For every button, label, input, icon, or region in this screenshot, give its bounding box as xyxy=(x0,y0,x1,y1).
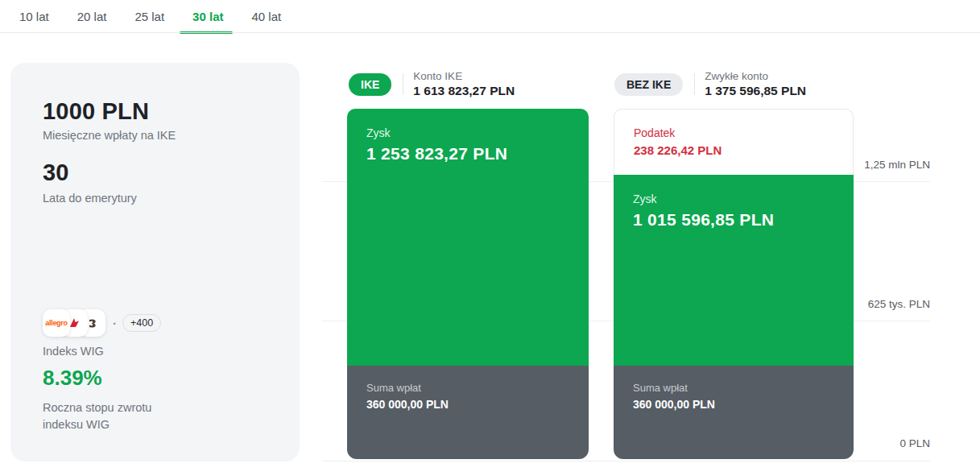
podatek-label: Podatek xyxy=(634,126,833,139)
regular-account-total: 1 375 596,85 PLN xyxy=(705,84,806,98)
index-companies-row: allegro · +400 xyxy=(43,309,161,337)
bez-ike-badge: BEZ IKE xyxy=(614,73,683,96)
ike-bar-wplaty-segment[interactable]: Suma wpłat 360 000,00 PLN xyxy=(347,366,589,459)
regular-wplaty-label: Suma wpłat xyxy=(633,382,834,394)
ike-account-total: 1 613 823,27 PLN xyxy=(413,84,515,98)
ike-badge: IKE xyxy=(349,73,391,96)
tab-30-lat-active[interactable]: 30 lat xyxy=(192,6,223,34)
ike-wplaty-label: Suma wpłat xyxy=(366,382,569,394)
parameters-card: 1000 PLN Miesięczne wpłaty na IKE 30 Lat… xyxy=(10,63,300,462)
index-label: Indeks WIG xyxy=(43,345,104,358)
podatek-value: 238 226,42 PLN xyxy=(634,143,833,157)
monthly-contribution-value: 1000 PLN xyxy=(43,98,149,125)
regular-bar-wplaty-segment[interactable]: Suma wpłat 360 000,00 PLN xyxy=(614,366,854,459)
more-companies-badge[interactable]: +400 xyxy=(122,314,161,332)
monthly-contribution-label: Miesięczne wpłaty na IKE xyxy=(43,129,176,142)
ike-zysk-value: 1 253 823,27 PLN xyxy=(366,144,569,163)
regular-bar-podatek-segment[interactable]: Podatek 238 226,42 PLN xyxy=(614,109,854,175)
regular-wplaty-value: 360 000,00 PLN xyxy=(633,398,834,411)
tab-40-lat[interactable]: 40 lat xyxy=(251,6,281,34)
annual-return-rate-value: 8.39% xyxy=(43,366,102,391)
allegro-logo-text: allegro xyxy=(45,319,67,327)
header-divider xyxy=(694,73,695,95)
tabs-divider xyxy=(0,32,980,33)
regular-account-label: Zwykłe konto xyxy=(705,70,806,82)
tab-25-lat[interactable]: 25 lat xyxy=(134,6,164,34)
regular-zysk-value: 1 015 596,85 PLN xyxy=(633,210,834,230)
ike-header-text: Konto IKE 1 613 823,27 PLN xyxy=(413,70,515,98)
annual-return-rate-caption: Roczna stopu zwrotu indeksu WIG xyxy=(43,399,151,433)
regular-bar-zysk-segment[interactable]: Zysk 1 015 596,85 PLN xyxy=(614,175,854,366)
ike-account-label: Konto IKE xyxy=(413,70,515,82)
tab-20-lat[interactable]: 20 lat xyxy=(77,6,107,34)
regular-account-header: BEZ IKE Zwykłe konto 1 375 596,85 PLN xyxy=(614,70,806,98)
allegro-logo-chip: allegro xyxy=(43,309,70,337)
ike-wplaty-value: 360 000,00 PLN xyxy=(366,398,569,411)
gridline-zero xyxy=(322,461,930,462)
regular-zysk-label: Zysk xyxy=(633,192,834,205)
years-to-retirement-value: 30 xyxy=(43,159,69,186)
years-tabs: 10 lat 20 lat 25 lat 30 lat 40 lat xyxy=(19,6,281,34)
ike-zysk-label: Zysk xyxy=(366,126,569,139)
header-divider xyxy=(403,73,403,95)
regular-header-text: Zwykłe konto 1 375 596,85 PLN xyxy=(705,70,806,98)
ike-bar-zysk-segment[interactable]: Zysk 1 253 823,27 PLN xyxy=(347,109,589,366)
ike-calculator-app: 10 lat 20 lat 25 lat 30 lat 40 lat 1000 … xyxy=(0,0,980,476)
dot-separator: · xyxy=(113,317,117,330)
ike-account-header: IKE Konto IKE 1 613 823,27 PLN xyxy=(349,70,515,98)
tab-10-lat[interactable]: 10 lat xyxy=(19,6,49,34)
years-to-retirement-label: Lata do emerytury xyxy=(43,192,137,205)
